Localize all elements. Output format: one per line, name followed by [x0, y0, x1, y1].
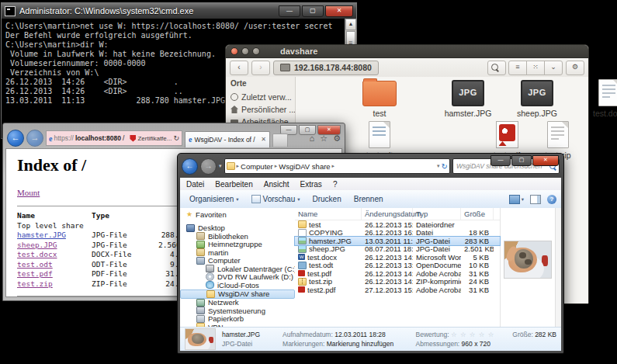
back-button[interactable]: ‹: [230, 61, 248, 75]
file-row-test[interactable]: test 26.12.2013 15:21 Dateiordner: [295, 220, 500, 229]
file-row-pdf2[interactable]: test2.pdf 27.12.2013 15:10 Adobe Acrobat…: [295, 286, 500, 294]
add-tag-field[interactable]: Markierung hinzufügen: [327, 340, 393, 348]
search-button[interactable]: [487, 61, 506, 75]
favorites-star-icon[interactable]: ☆: [320, 133, 328, 144]
file-item-test[interactable]: test: [346, 78, 413, 118]
capture-date: 12.03.2011 18:28: [334, 331, 386, 338]
explorer-window: — ▢ ✕ ← → ▾ ▸ Computer ▸ WsgiDAV share ▸…: [177, 153, 564, 354]
menu-extras[interactable]: Extras: [300, 180, 322, 189]
file-link[interactable]: test.pdf: [17, 269, 53, 278]
file-link[interactable]: test.zip: [17, 279, 53, 288]
menu-datei[interactable]: Datei: [186, 180, 204, 189]
column-type[interactable]: Typ: [413, 208, 461, 220]
browser-tab[interactable]: e WsgiDAV - Index of / ✕: [185, 131, 270, 147]
organize-button[interactable]: Organisieren▾: [185, 193, 244, 205]
breadcrumb-field[interactable]: ▸ Computer ▸ WsgiDAV share ▸ ▾ ↻: [224, 158, 450, 174]
mount-link[interactable]: Mount: [17, 188, 40, 197]
burn-button[interactable]: Brennen: [349, 193, 388, 205]
file-row-odt[interactable]: test.odt 26.12.2013 13:55 OpenDocument T…: [295, 262, 500, 270]
address-dropdown[interactable]: ▾: [437, 163, 440, 169]
tree-item-disk-c[interactable]: Lokaler Datenträger (C:): [180, 265, 295, 273]
refresh-icon[interactable]: ↻: [442, 162, 448, 171]
maximize-button[interactable]: [252, 47, 260, 55]
cmd-title-bar[interactable]: Administrator: C:\Windows\system32\cmd.e…: [2, 3, 356, 19]
certificate-error-button[interactable]: Zertifikatfe...: [137, 135, 172, 142]
tree-item-desktop[interactable]: Desktop: [180, 224, 295, 233]
nautilus-title-bar[interactable]: davshare: [226, 45, 588, 58]
sidebar-item-recent[interactable]: Zuletzt verw...: [231, 91, 295, 103]
menu-bearbeiten[interactable]: Bearbeiten: [215, 180, 252, 189]
new-tab-button[interactable]: [272, 133, 288, 147]
preview-pane-toggle[interactable]: [530, 195, 541, 204]
odt-file-icon: [298, 262, 307, 269]
print-button[interactable]: Drucken: [308, 193, 346, 205]
home-icon[interactable]: ⌂: [310, 133, 315, 144]
gear-menu-button[interactable]: ⚙: [566, 61, 584, 75]
close-button[interactable]: [231, 47, 238, 55]
file-link[interactable]: test.docx: [17, 250, 57, 258]
grid-view-button[interactable]: ⁙: [526, 61, 545, 75]
file-item-sheep-jpg[interactable]: JPG sheep.JPG: [504, 78, 570, 118]
forward-button[interactable]: ›: [251, 61, 270, 75]
column-date[interactable]: Änderungsdatum: [362, 208, 413, 220]
file-row-hamster-selected[interactable]: hamster.JPG 13.03.2011 11:13 JPG-Datei 2…: [295, 237, 500, 245]
change-view-button[interactable]: ▾: [509, 195, 524, 204]
minimize-button[interactable]: [241, 47, 249, 55]
breadcrumb-davshare[interactable]: WsgiDAV share: [279, 162, 330, 171]
tree-item-martin[interactable]: martin: [180, 248, 295, 257]
location-breadcrumb[interactable]: 192.168.178.44:8080: [273, 61, 379, 75]
file-link[interactable]: hamster.JPG: [17, 231, 66, 239]
folder-icon: [227, 162, 235, 170]
tree-item-heimnetzgruppe[interactable]: Heimnetzgruppe: [180, 241, 295, 249]
address-bar[interactable]: e https://localhost:8080/ Zertifikatfe..…: [46, 130, 182, 146]
scroll-up-arrow[interactable]: ▲: [345, 19, 356, 30]
tree-item-davshare-selected[interactable]: WsgiDAV share: [180, 289, 295, 299]
certificate-error-icon: [130, 135, 136, 142]
back-button[interactable]: ←: [7, 130, 24, 147]
settings-gear-icon[interactable]: ⚙: [333, 133, 341, 144]
column-size[interactable]: Größe: [461, 208, 494, 220]
tree-item-favoriten[interactable]: ★Favoriten: [180, 210, 295, 219]
file-item-hamster-jpg[interactable]: JPG hamster.JPG: [435, 78, 501, 118]
maximize-button[interactable]: ▢: [302, 5, 324, 17]
tree-item-papierkorb[interactable]: Papierkorb: [180, 315, 295, 324]
file-row-zip[interactable]: test.zip 26.12.2013 14:22 ZIP-komprimier…: [295, 278, 500, 286]
sidebar-item-home[interactable]: Persönlicher ...: [231, 103, 295, 116]
column-name[interactable]: Name: [295, 208, 362, 220]
history-dropdown[interactable]: ▾: [219, 163, 222, 169]
minimize-button[interactable]: —: [279, 5, 300, 17]
tree-item-icloud[interactable]: iCloud-Fotos: [180, 281, 295, 289]
file-row-sheep[interactable]: sheep.JPG 08.07.2011 18:52 JPG-Datei 2.5…: [295, 245, 500, 254]
view-options-chevron[interactable]: ⌄: [544, 61, 563, 75]
library-icon: [196, 232, 205, 240]
help-icon[interactable]: ?: [547, 195, 556, 204]
tab-close-icon[interactable]: ✕: [261, 136, 266, 143]
file-row-copying[interactable]: COPYING 26.12.2013 16:22 Datei 18 KB: [295, 229, 500, 237]
file-row-pdf[interactable]: test.pdf 26.12.2013 14:19 Adobe Acrobat …: [295, 269, 500, 278]
list-view-button[interactable]: ≡: [508, 61, 527, 75]
file-link[interactable]: test.odt: [17, 260, 53, 269]
tree-item-dvd[interactable]: DVD RW Laufwerk (D:): [180, 273, 295, 282]
cmd-icon: [5, 6, 16, 16]
tree-item-computer[interactable]: Computer: [180, 257, 295, 265]
menu-ansicht[interactable]: Ansicht: [264, 180, 289, 189]
file-row-docx[interactable]: Wtest.docx 26.12.2013 14:26 Microsoft Wo…: [295, 253, 500, 262]
scrollbar[interactable]: [555, 208, 561, 328]
back-button[interactable]: ←: [182, 158, 198, 175]
file-link[interactable]: sheep.JPG: [17, 241, 57, 249]
preview-button[interactable]: Vorschau▾: [247, 193, 305, 205]
tree-item-netzwerk[interactable]: Netzwerk: [180, 299, 295, 307]
maximize-button[interactable]: ▢: [511, 155, 532, 166]
refresh-icon[interactable]: ↻: [173, 134, 179, 142]
minimize-button[interactable]: —: [490, 155, 511, 166]
file-item-test-docx[interactable]: test.docx: [576, 78, 617, 118]
rating-stars[interactable]: ☆ ☆ ☆ ☆ ☆: [451, 331, 495, 338]
forward-button[interactable]: →: [26, 130, 43, 147]
close-button[interactable]: ✕: [325, 5, 353, 17]
tree-item-bibliotheken[interactable]: Bibliotheken: [180, 232, 295, 241]
breadcrumb-computer[interactable]: Computer: [241, 162, 273, 171]
tree-item-systemsteuerung[interactable]: Systemsteuerung: [180, 307, 295, 315]
forward-button[interactable]: →: [200, 158, 217, 175]
close-button[interactable]: ✕: [532, 155, 559, 166]
menu-help[interactable]: ?: [333, 180, 338, 189]
